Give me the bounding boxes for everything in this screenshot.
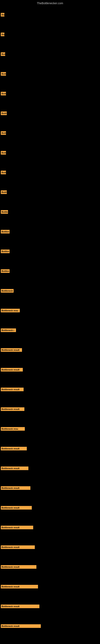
list-item: Bottl [0,104,100,123]
bottleneck-label: Bottleneck resu [1,309,20,312]
list-item: Bottleneck result [0,577,100,596]
list-item: Bottleneck result [0,380,100,399]
bottleneck-label: Bo [1,13,4,16]
bottleneck-label: Bottleneck result [1,546,35,549]
list-item: Bottlen [0,261,100,281]
list-item: Bott [0,143,100,162]
bottleneck-label: Bo [1,32,4,36]
list-item: Bottleneck result [0,458,100,478]
bottleneck-label: Bottleneck result [1,486,30,490]
list-item: Bottlen [0,222,100,242]
bottleneck-label: Bottlen [1,269,10,273]
list-item: Bott [0,64,100,84]
list-item: Bottleneck resu [0,419,100,439]
bottleneck-label: Bott [1,171,6,174]
list-item: Bottle [0,202,100,222]
bottleneck-label: Bottlen [1,230,10,234]
bottleneck-label: Bottleneck result [1,368,23,372]
list-item: Bo [0,5,100,24]
list-item: Bottleneck result [0,360,100,380]
list-item: Bottleneck r [0,320,100,340]
bottleneck-label: Bottleneck result [1,506,32,510]
bottleneck-label: Bottlen [1,250,10,253]
list-item: Bottleneck result [0,439,100,458]
bottleneck-label: Bottle [1,210,8,214]
bottleneck-label: Bottleneck r [1,328,16,332]
bottleneck-label: Bottleneck result [1,407,24,411]
items-container: BoBoBotBottBottBottlBottBottBottBottlBot… [0,5,100,644]
list-item: Bottleneck result [0,518,100,537]
bottleneck-label: Bott [1,151,6,154]
list-item: Bottleneck result [0,399,100,419]
list-item: Bott [0,84,100,104]
bottleneck-label: Bottleneck result [1,526,33,529]
bottleneck-label: Bottleneck result [1,565,36,569]
list-item: Bottleneck result [0,596,100,616]
bottleneck-label: Bottleneck result [1,624,41,628]
list-item: Bottlen [0,242,100,261]
list-item: Bottleneck result [0,636,100,644]
list-item: Bott [0,123,100,143]
list-item: Bottl [0,182,100,202]
bottleneck-label: Bottl [1,190,7,194]
bottleneck-label: Bottleneck resu [1,427,25,431]
list-item: Bo [0,24,100,44]
list-item: Bottleneck result [0,340,100,360]
list-item: Bottleneck result [0,498,100,518]
bottleneck-label: Bott [1,92,6,96]
bottleneck-label: Bott [1,131,6,135]
bottleneck-label: Bottl [1,112,7,115]
bottleneck-label: Bottleneck result [1,585,38,588]
bottleneck-label: Bottleneck result [1,348,22,352]
list-item: Bottleneck result [0,616,100,636]
bottleneck-label: Bottleneck result [1,466,28,470]
list-item: Bot [0,44,100,64]
list-item: Bottleneck result [0,537,100,557]
bottleneck-label: Bott [1,72,6,76]
list-item: Bottleneck result [0,478,100,498]
bottleneck-label: Bottleneck result [1,388,24,391]
list-item: Bott [0,162,100,182]
bottleneck-label: Bottleneck [1,289,14,292]
bottleneck-label: Bottleneck result [1,447,27,450]
list-item: Bottleneck resu [0,301,100,320]
bottleneck-label: Bottleneck result [1,604,39,608]
list-item: Bottleneck [0,281,100,301]
bottleneck-label: Bot [1,52,5,56]
list-item: Bottleneck result [0,557,100,577]
